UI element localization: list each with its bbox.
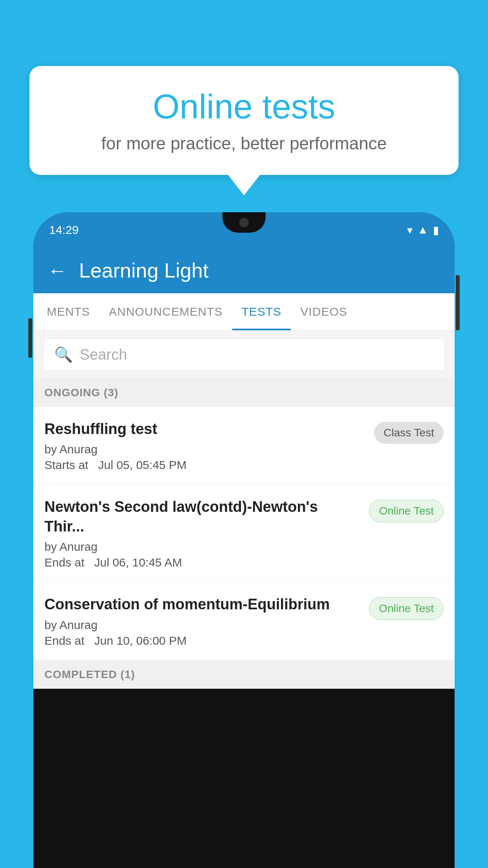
signal-icon: ▲	[417, 224, 428, 236]
phone-notch	[222, 212, 266, 233]
test-date-2: Ends at Jul 06, 10:45 AM	[44, 556, 361, 569]
wifi-icon: ▾	[407, 224, 413, 237]
phone-frame: 14:29 ▾ ▲ ▮ ← Learning Light MENTS ANNOU…	[33, 212, 455, 868]
tab-ments[interactable]: MENTS	[37, 293, 99, 330]
status-bar: 14:29 ▾ ▲ ▮	[33, 212, 455, 248]
test-author-2: by Anurag	[44, 540, 361, 554]
speech-bubble: Online tests for more practice, better p…	[29, 66, 459, 175]
test-author-1: by Anurag	[44, 443, 366, 456]
test-date-3: Ends at Jun 10, 06:00 PM	[44, 634, 361, 647]
front-camera	[239, 218, 249, 227]
test-date-1: Starts at Jul 05, 05:45 PM	[44, 458, 366, 472]
test-info-3: Conservation of momentum-Equilibrium by …	[44, 595, 361, 647]
test-info-2: Newton's Second law(contd)-Newton's Thir…	[44, 497, 361, 569]
test-badge-3: Online Test	[369, 597, 444, 620]
phone-volume-button	[28, 318, 32, 358]
tab-tests[interactable]: TESTS	[232, 293, 291, 330]
test-author-3: by Anurag	[44, 618, 361, 632]
search-placeholder: Search	[80, 346, 127, 363]
search-icon: 🔍	[54, 346, 73, 363]
bubble-title: Online tests	[53, 88, 435, 126]
test-info-1: Reshuffling test by Anurag Starts at Jul…	[44, 419, 366, 472]
tabs-bar: MENTS ANNOUNCEMENTS TESTS VIDEOS	[33, 293, 455, 331]
test-item-3[interactable]: Conservation of momentum-Equilibrium by …	[33, 582, 455, 660]
test-badge-2: Online Test	[369, 500, 444, 522]
tab-videos[interactable]: VIDEOS	[291, 293, 356, 330]
search-box[interactable]: 🔍 Search	[43, 338, 445, 371]
test-item-2[interactable]: Newton's Second law(contd)-Newton's Thir…	[33, 485, 455, 582]
tab-announcements[interactable]: ANNOUNCEMENTS	[99, 293, 232, 330]
test-badge-1: Class Test	[374, 422, 444, 444]
test-name-1: Reshuffling test	[44, 419, 366, 439]
test-name-3: Conservation of momentum-Equilibrium	[44, 595, 361, 614]
test-item-1[interactable]: Reshuffling test by Anurag Starts at Jul…	[33, 407, 455, 485]
app-title: Learning Light	[79, 259, 209, 282]
status-icons: ▾ ▲ ▮	[407, 224, 439, 237]
battery-icon: ▮	[433, 224, 439, 237]
app-header: ← Learning Light	[33, 248, 455, 293]
search-container: 🔍 Search	[33, 331, 455, 379]
phone-power-button	[456, 275, 460, 330]
completed-section-header: COMPLETED (1)	[33, 660, 455, 689]
test-list: Reshuffling test by Anurag Starts at Jul…	[33, 407, 455, 660]
back-button[interactable]: ←	[48, 261, 67, 280]
ongoing-section-header: ONGOING (3)	[33, 379, 455, 407]
status-time: 14:29	[49, 223, 79, 237]
test-name-2: Newton's Second law(contd)-Newton's Thir…	[44, 497, 361, 536]
bubble-subtitle: for more practice, better performance	[53, 134, 435, 153]
